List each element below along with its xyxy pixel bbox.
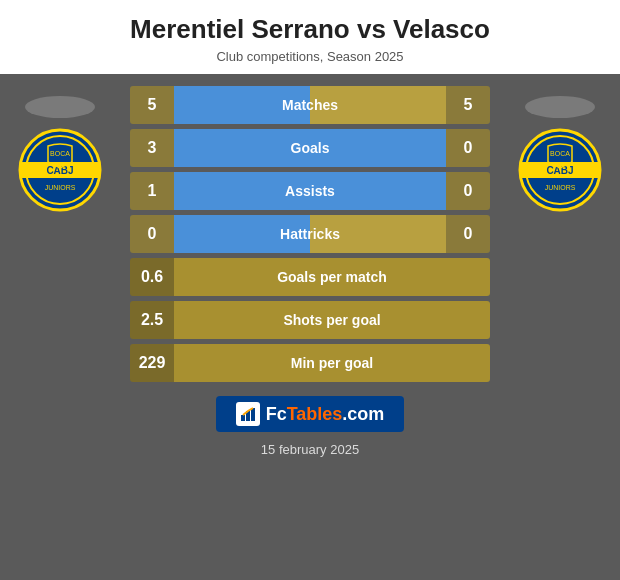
left-club-logo: CABJ BOCA JUNIORS: [18, 128, 102, 212]
stat-row-min-per-goal: 229 Min per goal: [130, 344, 490, 382]
page-wrapper: Merentiel Serrano vs Velasco Club compet…: [0, 0, 620, 580]
stat-left-hattricks: 0: [130, 215, 174, 253]
logos-and-stats: CABJ BOCA JUNIORS CABJ BO: [0, 86, 620, 382]
stat-row-assists: 1 Assists 0: [130, 172, 490, 210]
stat-left-goals-per-match: 0.6: [130, 258, 174, 296]
stat-label-goals: Goals: [291, 140, 330, 156]
stat-left-min-per-goal: 229: [130, 344, 174, 382]
stat-left-shots-per-goal: 2.5: [130, 301, 174, 339]
content-area: CABJ BOCA JUNIORS CABJ BO: [0, 74, 620, 580]
stat-label-min-per-goal: Min per goal: [291, 355, 373, 371]
fctables-banner: FcTables.com: [216, 396, 405, 432]
svg-text:BOCA: BOCA: [50, 150, 70, 157]
page-title: Merentiel Serrano vs Velasco: [20, 14, 600, 45]
stat-left-matches: 5: [130, 86, 174, 124]
stat-row-goals-per-match: 0.6 Goals per match: [130, 258, 490, 296]
left-blob: [25, 96, 95, 118]
stat-left-assists: 1: [130, 172, 174, 210]
stat-label-shots-per-goal: Shots per goal: [283, 312, 380, 328]
stat-bar-matches: Matches: [174, 86, 446, 124]
svg-text:CABJ: CABJ: [546, 165, 573, 176]
svg-text:BOCA: BOCA: [550, 150, 570, 157]
stat-row-shots-per-goal: 2.5 Shots per goal: [130, 301, 490, 339]
stat-row-goals: 3 Goals 0: [130, 129, 490, 167]
right-logo-container: CABJ BOCA JUNIORS: [518, 96, 602, 212]
stat-right-assists: 0: [446, 172, 490, 210]
stats-center: 5 Matches 5 3 Goals 0 1 Assists: [130, 86, 490, 382]
svg-rect-12: [241, 415, 245, 421]
stat-label-assists: Assists: [285, 183, 335, 199]
stat-label-goals-per-match: Goals per match: [277, 269, 387, 285]
stat-label-hattricks: Hattricks: [280, 226, 340, 242]
date-footer: 15 february 2025: [261, 442, 359, 457]
stat-bar-goals: Goals: [174, 129, 446, 167]
stat-bar-shots-per-goal: Shots per goal: [174, 301, 490, 339]
stat-row-hattricks: 0 Hattricks 0: [130, 215, 490, 253]
left-logo-container: CABJ BOCA JUNIORS: [18, 96, 102, 212]
right-blob: [525, 96, 595, 118]
stat-row-matches: 5 Matches 5: [130, 86, 490, 124]
svg-text:JUNIORS: JUNIORS: [545, 184, 576, 191]
title-section: Merentiel Serrano vs Velasco Club compet…: [0, 0, 620, 74]
stat-right-matches: 5: [446, 86, 490, 124]
fctables-icon: [236, 402, 260, 426]
stat-bar-hattricks: Hattricks: [174, 215, 446, 253]
right-club-logo: CABJ BOCA JUNIORS: [518, 128, 602, 212]
stat-bar-min-per-goal: Min per goal: [174, 344, 490, 382]
svg-text:CABJ: CABJ: [46, 165, 73, 176]
svg-text:JUNIORS: JUNIORS: [45, 184, 76, 191]
fctables-label: FcTables.com: [266, 404, 385, 425]
stat-left-goals: 3: [130, 129, 174, 167]
stat-right-goals: 0: [446, 129, 490, 167]
stat-label-matches: Matches: [282, 97, 338, 113]
stat-right-hattricks: 0: [446, 215, 490, 253]
stat-bar-goals-per-match: Goals per match: [174, 258, 490, 296]
page-subtitle: Club competitions, Season 2025: [20, 49, 600, 64]
stat-bar-assists: Assists: [174, 172, 446, 210]
